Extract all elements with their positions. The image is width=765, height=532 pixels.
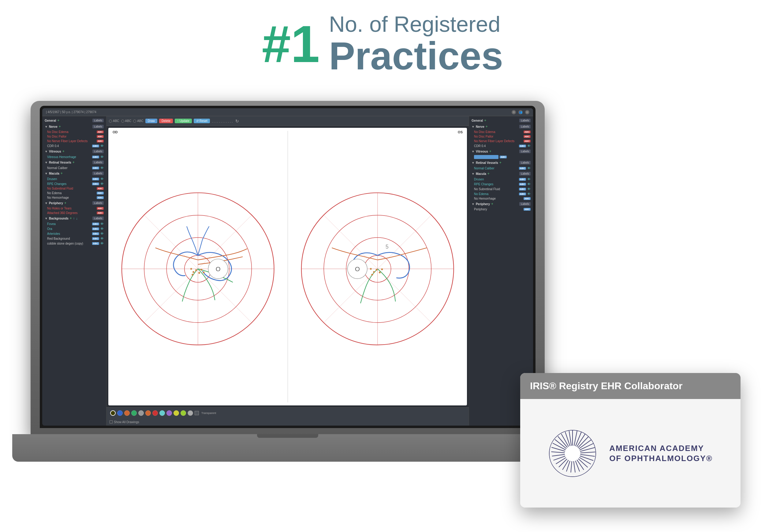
list-item: No Disc Pallor ABC (42, 134, 106, 139)
laptop-body: | 4/5/1967 | 50 y.o. | 279074 | 279074 ⚙… (31, 101, 545, 437)
vessels-labels-btn[interactable]: Labels (92, 160, 104, 164)
vitreous-input[interactable] (474, 155, 498, 159)
iris-card-title: IRIS® Registry EHR Collaborator (530, 380, 682, 392)
eye-icon[interactable]: 👁 (527, 177, 531, 181)
svg-point-10 (195, 269, 197, 271)
radio-item-1[interactable]: ABC (109, 119, 119, 123)
eye-icon[interactable]: 👁 (100, 177, 104, 181)
eye-icon[interactable]: 👁 (527, 187, 531, 191)
color-blue[interactable] (117, 410, 123, 416)
eye-icon[interactable]: 👁 (527, 192, 531, 196)
right-vitreous-add[interactable]: + (489, 149, 491, 153)
delete-button[interactable]: Delete (159, 119, 173, 123)
right-general-add[interactable]: + (484, 118, 486, 123)
transparent-checkbox[interactable] (195, 411, 199, 415)
transparent-toggle[interactable]: Transparent (195, 411, 216, 415)
right-general-labels[interactable]: Labels (519, 119, 531, 122)
svg-point-28 (379, 272, 381, 273)
sort-down-icon[interactable]: ↓ (76, 216, 78, 220)
color-black[interactable] (110, 410, 116, 416)
header-line2: Practices (329, 36, 503, 76)
list-item: No Subretinal Fluid ABC (42, 186, 106, 191)
eye-icon[interactable]: 👁 (527, 144, 531, 148)
right-macula-labels[interactable]: Labels (519, 172, 531, 175)
eye-icon[interactable]: 👁 (527, 182, 531, 186)
sort-up-icon[interactable]: ↑ (73, 216, 75, 220)
right-macula-add[interactable]: + (487, 171, 489, 176)
general-add-icon[interactable]: + (57, 118, 59, 123)
title-info: | 4/5/1967 | 50 y.o. | 279074 | 279074 (46, 111, 96, 114)
color-purple[interactable] (167, 410, 172, 416)
vitreous-add-icon[interactable]: + (62, 149, 65, 153)
right-macula-header: ▼ Macula + Labels (469, 170, 533, 177)
update-button[interactable]: ↑ Update (175, 119, 192, 123)
backgrounds-labels-btn[interactable]: Labels (92, 216, 104, 220)
refresh-icon[interactable]: ↻ (235, 119, 239, 124)
od-drawing[interactable]: O (108, 128, 288, 405)
color-teal[interactable] (159, 410, 165, 416)
draw-button[interactable]: Draw (145, 119, 157, 123)
right-periphery-add[interactable]: + (491, 202, 493, 206)
list-item: No Edema ABC (42, 191, 106, 195)
color-gray[interactable] (138, 410, 144, 416)
macula-add-icon[interactable]: + (61, 171, 63, 175)
periphery-labels-btn[interactable]: Labels (92, 201, 104, 205)
list-item: Ora ABC 👁 (42, 226, 106, 231)
eye-icon[interactable]: 👁 (100, 155, 104, 159)
color-transparent[interactable] (188, 410, 193, 416)
show-all-drawings-toggle[interactable]: Show All Drawings (110, 420, 139, 424)
header-line1: No. of Registered (329, 12, 503, 36)
toolbar: ABC ABC ABC (107, 116, 469, 126)
eye-icon[interactable]: 👁 (100, 166, 104, 170)
left-vessels-header: ▼ Retinal Vessels + Labels (42, 159, 106, 165)
left-panel: General + Labels ▼ Nerve + Labels (42, 116, 107, 425)
svg-point-67 (565, 445, 580, 461)
eye-icon[interactable]: 👁 (100, 232, 104, 235)
right-nerve-labels[interactable]: Labels (519, 125, 531, 129)
macula-labels-btn[interactable]: Labels (92, 171, 104, 175)
eye-icon[interactable]: 👁 (100, 144, 104, 148)
backgrounds-add-icon[interactable]: + (70, 216, 72, 220)
eye-icon[interactable]: 👁 (100, 222, 104, 226)
right-nerve-add[interactable]: + (486, 125, 488, 129)
settings-icon[interactable]: ⚙ (512, 110, 516, 114)
red-background-item: Red Background ABC 👁 (42, 236, 106, 241)
vessels-add-icon[interactable]: + (73, 160, 75, 164)
right-vessels-labels[interactable]: Labels (519, 161, 531, 164)
list-item: No Nerve Fiber Layer Defects ABC (469, 139, 533, 143)
color-red[interactable] (152, 410, 158, 416)
eye-icon[interactable]: 👁 (100, 237, 104, 240)
os-drawing[interactable]: 5 O (288, 128, 467, 405)
right-vitreous-labels[interactable]: Labels (519, 149, 531, 153)
nerve-labels-btn[interactable]: Labels (92, 125, 104, 129)
app-ui: | 4/5/1967 | 50 y.o. | 279074 | 279074 ⚙… (42, 108, 533, 425)
color-orange[interactable] (124, 410, 130, 416)
right-vessels-add[interactable]: + (499, 160, 501, 165)
color-lime[interactable] (181, 410, 186, 416)
eye-icon[interactable]: 👁 (527, 166, 531, 170)
eye-icon[interactable]: 👁 (100, 242, 104, 245)
nerve-add-icon[interactable]: + (59, 125, 61, 129)
color-green[interactable] (131, 410, 137, 416)
radio-item-3[interactable]: ABC (133, 119, 144, 123)
vitreous-labels-btn[interactable]: Labels (92, 149, 104, 153)
grid-icon[interactable]: ⊞ (525, 110, 529, 114)
general-labels-btn[interactable]: Labels (92, 119, 104, 122)
show-all-checkbox[interactable] (110, 420, 113, 423)
radio-dot (121, 120, 124, 123)
color-yellow[interactable] (174, 410, 179, 416)
os-panel: OS (288, 128, 467, 405)
eye-icon[interactable]: 👁 (100, 227, 104, 230)
users-icon[interactable]: 👥 (518, 110, 523, 114)
center-area: ABC ABC ABC (107, 116, 469, 425)
svg-point-27 (376, 269, 377, 271)
canvas-area: OD (108, 128, 467, 405)
right-periphery-labels[interactable]: Labels (519, 202, 531, 206)
reset-button[interactable]: ↺ Reset (194, 119, 210, 123)
color-orange2[interactable] (145, 410, 151, 416)
eye-icon[interactable]: 👁 (100, 182, 104, 185)
radio-item-2[interactable]: ABC (121, 119, 132, 123)
svg-point-29 (381, 268, 383, 270)
periphery-add-icon[interactable]: + (64, 201, 66, 205)
iris-card-header: IRIS® Registry EHR Collaborator (520, 373, 741, 399)
